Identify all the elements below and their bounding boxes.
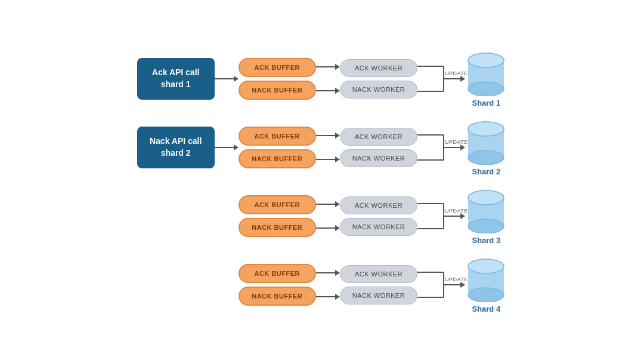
shard-1-icon (465, 50, 507, 96)
shard-2-label: Shard 2 (472, 167, 500, 176)
ack-buffer-2: ACK BUFFER (239, 127, 316, 146)
ack-buffer-1: ACK BUFFER (239, 58, 316, 77)
shard-3-icon (465, 187, 507, 233)
nack-buffer-3: NACK BUFFER (239, 218, 316, 237)
api-box-1: Ack API callshard 1 (137, 58, 215, 100)
nack-buffer-2: NACK BUFFER (239, 149, 316, 168)
svg-point-31 (468, 122, 504, 136)
shard-2: Shard 2 (465, 118, 507, 176)
nack-worker-4: NACK WORKER (340, 287, 418, 304)
buf-to-worker-arrows-4 (316, 263, 340, 307)
arrow-nack-buf-worker-2 (316, 149, 340, 170)
svg-marker-1 (234, 76, 239, 82)
row-4: ACK BUFFER NACK BUFFER ACK WORKER NACK W… (137, 256, 507, 313)
nack-buffer-4: NACK BUFFER (239, 287, 316, 306)
nack-worker-1: NACK WORKER (340, 81, 418, 99)
svg-point-58 (468, 288, 504, 302)
nack-worker-2: NACK WORKER (340, 149, 418, 167)
svg-marker-10 (460, 76, 465, 82)
merge-arrow-3: UPDATE (417, 193, 465, 239)
buffers-3: ACK BUFFER NACK BUFFER (239, 195, 316, 237)
svg-marker-35 (335, 225, 340, 231)
svg-marker-33 (335, 201, 340, 207)
svg-marker-21 (335, 156, 340, 162)
workers-3: ACK WORKER NACK WORKER (340, 196, 418, 236)
workers-1: ACK WORKER NACK WORKER (340, 59, 418, 99)
buf-to-worker-arrows-1 (316, 57, 340, 101)
arrow-ack-buf-worker-4 (316, 263, 340, 283)
svg-point-59 (468, 259, 504, 273)
workers-4: ACK WORKER NACK WORKER (340, 265, 418, 304)
shard-1: Shard 1 (465, 50, 507, 107)
shard-3-label: Shard 3 (472, 236, 500, 245)
svg-point-14 (468, 82, 504, 96)
ack-worker-2: ACK WORKER (340, 128, 418, 146)
buffers-2: ACK BUFFER NACK BUFFER (239, 127, 316, 168)
arrow-nack-buf-worker-3 (316, 218, 340, 238)
diagram: Ack API callshard 1 ACK BUFFER NACK BUFF… (113, 38, 531, 325)
ack-worker-4: ACK WORKER (340, 265, 418, 283)
merge-arrow-2: UPDATE (417, 125, 465, 170)
shard-1-label: Shard 1 (472, 99, 500, 107)
ack-worker-3: ACK WORKER (340, 196, 418, 214)
buffers-4: ACK BUFFER NACK BUFFER (239, 264, 316, 306)
ack-worker-1: ACK WORKER (340, 59, 418, 77)
ack-buffer-3: ACK BUFFER (239, 195, 316, 214)
shard-2-icon (465, 118, 507, 165)
svg-point-15 (468, 53, 504, 67)
arrow-api-to-buf-1 (215, 61, 239, 97)
svg-marker-19 (335, 133, 340, 139)
svg-marker-54 (460, 282, 465, 288)
workers-2: ACK WORKER NACK WORKER (340, 128, 418, 167)
svg-point-45 (468, 190, 504, 205)
buf-to-worker-arrows-3 (316, 194, 340, 238)
shard-4: Shard 4 (465, 256, 507, 313)
ack-buffer-4: ACK BUFFER (239, 264, 316, 283)
svg-marker-5 (335, 88, 340, 94)
svg-marker-47 (335, 270, 340, 276)
buf-to-worker-arrows-2 (316, 125, 340, 170)
arrow-nack-buf-worker-1 (316, 81, 340, 101)
svg-point-44 (468, 219, 504, 233)
nack-worker-3: NACK WORKER (340, 218, 418, 236)
arrow-nack-buf-worker-4 (316, 287, 340, 307)
merge-arrow-4: UPDATE (417, 262, 465, 307)
row-1: Ack API callshard 1 ACK BUFFER NACK BUFF… (137, 50, 507, 107)
row-2: Nack API callshard 2 ACK BUFFER NACK BUF… (137, 118, 507, 176)
svg-point-30 (468, 150, 504, 165)
arrow-api-to-buf-2 (215, 130, 239, 165)
shard-4-icon (465, 256, 507, 302)
arrow-ack-buf-worker-1 (316, 57, 340, 77)
api-box-2: Nack API callshard 2 (137, 127, 215, 168)
arrow-ack-buf-worker-2 (316, 125, 340, 146)
buffers-1: ACK BUFFER NACK BUFFER (239, 58, 316, 100)
arrow-ack-buf-worker-3 (316, 194, 340, 214)
shard-3: Shard 3 (465, 187, 507, 245)
shard-4-label: Shard 4 (472, 304, 500, 313)
svg-marker-49 (335, 294, 340, 300)
svg-marker-40 (460, 213, 465, 219)
merge-arrow-1: UPDATE (417, 56, 465, 101)
svg-marker-17 (234, 144, 239, 150)
svg-marker-3 (335, 64, 340, 70)
row-3: ACK BUFFER NACK BUFFER ACK WORKER NACK W… (137, 187, 507, 245)
nack-buffer-1: NACK BUFFER (239, 81, 316, 100)
svg-marker-26 (460, 144, 465, 150)
